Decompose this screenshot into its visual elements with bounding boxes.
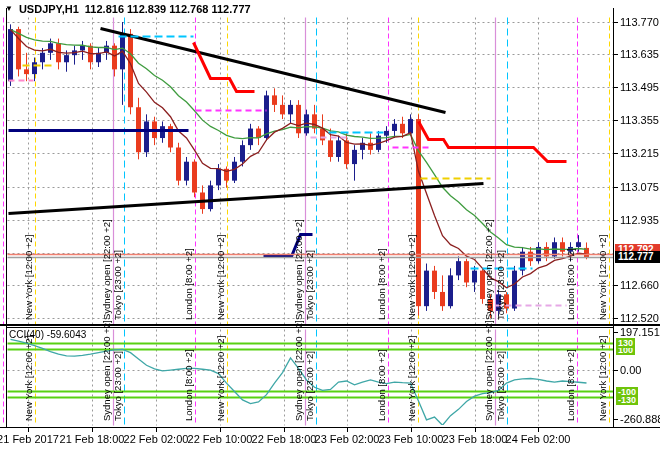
price-axis-label: 113.635 xyxy=(620,48,659,60)
chart-window: ▼ USDJPY,H1 112.816 112.839 112.768 112.… xyxy=(0,0,660,450)
session-label: Tokyo [23:00 +2] xyxy=(305,351,315,421)
ohlc-values: 112.816 112.839 112.768 112.777 xyxy=(85,3,251,15)
session-label: New York [12:00 +2] xyxy=(216,336,226,421)
price-axis-label: 113.770 xyxy=(620,16,659,28)
session-label: Tokyo [23:00 +2] xyxy=(113,351,123,421)
price-axis-label: 112.520 xyxy=(620,312,659,324)
symbol-dropdown-icon[interactable]: ▼ xyxy=(5,5,13,13)
session-label: Sydney open [22:00 +2] xyxy=(484,320,494,421)
session-label: London [8:00 +2] xyxy=(566,248,576,320)
time-axis-label: 23 Feb 18:00 xyxy=(443,433,508,445)
time-axis-label: 22 Feb 02:00 xyxy=(124,433,189,445)
cci-level-badge: 130 xyxy=(616,338,635,348)
session-label: Sydney open [22:00 +2] xyxy=(294,320,304,421)
session-label: London [8:00 +2] xyxy=(184,248,194,320)
session-label: New York [12:00 +2] xyxy=(216,235,226,320)
time-axis-label: 23 Feb 10:00 xyxy=(379,433,444,445)
session-label: New York [12:00 +2] xyxy=(407,336,417,421)
session-label: London [8:00 +2] xyxy=(377,248,387,320)
session-label: New York [12:00 +2] xyxy=(24,235,34,320)
cci-indicator-header: CCI(40) -59.6043 xyxy=(9,329,86,340)
price-axis-label: 112.935 xyxy=(620,214,659,226)
time-axis-label: 24 Feb 02:00 xyxy=(506,433,571,445)
price-axis-label: 113.215 xyxy=(620,147,659,159)
time-axis-label: 21 Feb 18:00 xyxy=(60,433,125,445)
cci-level-badge: -130 xyxy=(616,395,638,405)
price-axis-label: 113.355 xyxy=(620,114,659,126)
cci-scale-zero: 0.00 xyxy=(620,364,641,376)
session-label: Sydney open [22:00 +2] xyxy=(102,219,112,320)
session-label: London [8:00 +2] xyxy=(377,349,387,421)
session-label: Tokyo [23:00 +2] xyxy=(305,250,315,320)
session-label: London [8:00 +2] xyxy=(566,349,576,421)
cci-indicator-value: -59.6043 xyxy=(47,329,86,340)
session-label: New York [12:00 +2] xyxy=(407,235,417,320)
time-axis-label: 21 Feb 2017 xyxy=(0,433,59,445)
symbol-period-label: USDJPY,H1 xyxy=(19,3,79,15)
session-label: Tokyo [23:00 +2] xyxy=(113,250,123,320)
chart-title: ▼ USDJPY,H1 112.816 112.839 112.768 112.… xyxy=(5,2,251,16)
session-label: New York [12:00 +2] xyxy=(598,336,608,421)
cci-scale-bottom: -260.8888 xyxy=(620,413,660,425)
session-label: New York [12:00 +2] xyxy=(24,336,34,421)
session-label: Tokyo [23:00 +2] xyxy=(496,351,506,421)
session-label: Sydney open [22:00 +2] xyxy=(484,219,494,320)
session-label: New York [12:00 +2] xyxy=(598,235,608,320)
cci-scale-top: 197.1516 xyxy=(620,326,660,338)
session-label: Tokyo [23:00 +2] xyxy=(496,250,506,320)
price-axis-label: 113.075 xyxy=(620,181,659,193)
price-axis-label: 112.660 xyxy=(620,279,659,291)
time-axis-label: 22 Feb 18:00 xyxy=(252,433,317,445)
price-chart-canvas[interactable] xyxy=(0,0,660,450)
session-label: London [8:00 +2] xyxy=(184,349,194,421)
session-label: Sydney open [22:00 +2] xyxy=(294,219,304,320)
session-label: Sydney open [22:00 +2] xyxy=(102,320,112,421)
bid-price-badge: 112.777 xyxy=(615,251,660,263)
price-axis-label: 113.495 xyxy=(620,81,659,93)
time-axis-label: 23 Feb 02:00 xyxy=(315,433,380,445)
time-axis-label: 22 Feb 10:00 xyxy=(188,433,253,445)
